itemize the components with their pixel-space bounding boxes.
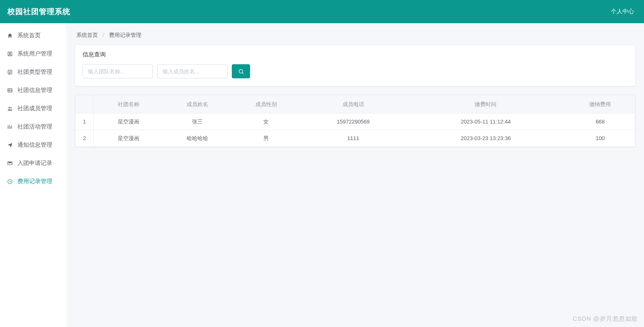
sidebar-item-label: 社团类型管理 [17,68,52,76]
col-club: 社团名称 [94,95,163,114]
col-gender: 成员性别 [232,95,301,114]
sidebar-item-label: 社团活动管理 [17,123,52,131]
sidebar: 系统首页 系统用户管理 社团类型管理 社团信息管理 社团成员管理 [0,23,66,327]
bell-icon [7,142,13,148]
sidebar-item-label: 社团信息管理 [17,87,52,94]
sidebar-item-label: 费用记录管理 [17,178,52,185]
breadcrumb-root[interactable]: 系统首页 [76,32,98,38]
svg-point-6 [10,107,12,109]
cell-fee: 100 [566,130,635,147]
cell-time: 2023-03-23 13:23:36 [406,130,566,147]
col-index [75,95,94,114]
sidebar-item-label: 社团成员管理 [17,105,52,112]
sidebar-item-home[interactable]: 系统首页 [0,27,66,45]
sidebar-item-apply[interactable]: 入团申请记录 [0,154,66,172]
personal-center-link[interactable]: 个人中心 [611,8,634,15]
cell-index: 1 [75,114,94,130]
sidebar-item-label: 入团申请记录 [17,160,52,167]
fee-table: 社团名称 成员姓名 成员性别 成员电话 缴费时间 缴纳费用 1 星空漫画 张三 … [75,95,635,147]
member-name-input[interactable] [157,64,228,78]
cell-fee: 668 [566,114,635,130]
query-title: 信息查询 [83,51,628,58]
breadcrumb-sep: / [103,32,104,38]
team-name-input[interactable] [83,64,153,78]
header: 校园社团管理系统 个人中心 [0,0,644,23]
col-fee: 缴纳费用 [566,95,635,114]
members-icon [7,106,13,111]
cell-index: 2 [75,130,94,147]
cell-name: 哈哈哈哈 [163,130,232,147]
col-phone: 成员电话 [301,95,406,114]
cell-name: 张三 [163,114,232,130]
cell-gender: 女 [232,114,301,130]
cell-phone: 15972290569 [301,114,406,130]
query-row [83,64,628,78]
breadcrumb: 系统首页 / 费用记录管理 [75,28,636,45]
cell-gender: 男 [232,130,301,147]
sidebar-item-club-type[interactable]: 社团类型管理 [0,63,66,81]
table-card: 社团名称 成员姓名 成员性别 成员电话 缴费时间 缴纳费用 1 星空漫画 张三 … [75,94,636,147]
search-icon [238,68,244,75]
sidebar-item-label: 系统用户管理 [17,50,52,58]
activity-icon [7,124,13,130]
clock-icon [7,179,13,184]
sidebar-item-members[interactable]: 社团成员管理 [0,99,66,118]
table-row[interactable]: 2 星空漫画 哈哈哈哈 男 1111 2023-03-23 13:23:36 1… [75,130,635,147]
cell-time: 2023-05-11 11:12:44 [406,114,566,130]
cell-club: 星空漫画 [94,114,163,130]
query-card: 信息查询 [75,45,636,86]
info-icon [7,87,13,93]
table-row[interactable]: 1 星空漫画 张三 女 15972290569 2023-05-11 11:12… [75,114,635,130]
svg-point-5 [9,107,10,109]
main-content: 系统首页 / 费用记录管理 信息查询 社团名称 成员姓名 [66,23,644,327]
svg-rect-3 [8,89,12,92]
app-title: 校园社团管理系统 [7,7,70,17]
sidebar-item-club-info[interactable]: 社团信息管理 [0,81,66,99]
col-name: 成员姓名 [163,95,232,114]
cell-club: 星空漫画 [94,130,163,147]
svg-point-1 [10,53,11,54]
sidebar-item-label: 通知信息管理 [17,141,52,149]
breadcrumb-current: 费用记录管理 [109,32,141,38]
home-icon [7,33,13,39]
sidebar-item-label: 系统首页 [17,32,41,39]
sidebar-item-activity[interactable]: 社团活动管理 [0,118,66,136]
table-header-row: 社团名称 成员姓名 成员性别 成员电话 缴费时间 缴纳费用 [75,95,635,114]
user-icon [7,51,13,57]
col-time: 缴费时间 [406,95,566,114]
svg-rect-4 [9,90,10,91]
svg-point-8 [239,69,243,73]
mail-icon [7,160,13,166]
sidebar-item-fee[interactable]: 费用记录管理 [0,172,66,191]
sidebar-item-users[interactable]: 系统用户管理 [0,45,66,63]
cell-phone: 1111 [301,130,406,147]
sidebar-item-notice[interactable]: 通知信息管理 [0,136,66,154]
search-button[interactable] [232,64,250,78]
list-icon [7,69,13,75]
